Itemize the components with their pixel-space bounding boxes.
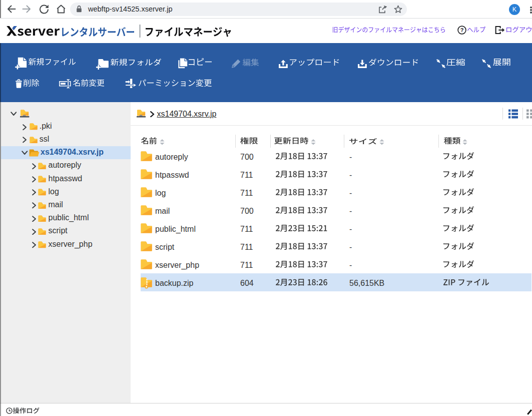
svg-text:?: ? (460, 27, 463, 33)
